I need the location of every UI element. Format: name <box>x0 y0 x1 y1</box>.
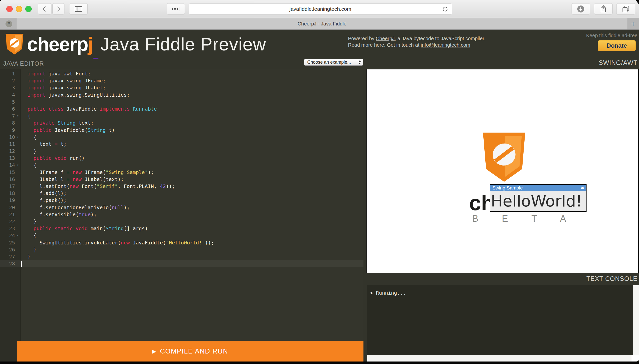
example-select-value: Choose an example... <box>307 60 351 65</box>
code-line[interactable]: 4import javax.swing.SwingUtilities; <box>0 91 363 98</box>
code-line[interactable]: 19 f.pack(); <box>0 197 363 204</box>
scrollbar-corner <box>631 355 639 362</box>
fold-gutter-space <box>15 225 21 232</box>
fold-gutter-space <box>15 140 21 148</box>
line-number: 5 <box>0 98 15 105</box>
cheerpj-link[interactable]: CheerpJ <box>376 36 395 41</box>
code-line[interactable]: 6public class JavaFiddle implements Runn… <box>0 105 363 112</box>
fold-arrow-icon[interactable]: ▾ <box>15 134 21 140</box>
fold-arrow-icon[interactable]: ▾ <box>15 112 21 119</box>
line-number: 18 <box>0 190 15 197</box>
fold-gutter-space <box>15 70 21 77</box>
fold-gutter-space <box>15 253 21 260</box>
swing-window-titlebar[interactable]: Swing Sample ✖ <box>490 185 586 191</box>
code-line[interactable]: 21 f.setVisible(true); <box>0 211 363 218</box>
download-icon <box>577 5 585 13</box>
text-console[interactable]: > Running... <box>367 285 639 362</box>
code-line[interactable]: 8 private String text; <box>0 119 363 126</box>
fold-gutter-space <box>15 148 21 154</box>
code-line[interactable]: 27} <box>0 253 363 260</box>
fold-gutter-space <box>15 77 21 84</box>
forward-button[interactable] <box>53 3 65 14</box>
code-line[interactable]: 23 public static void main(String[] args… <box>0 225 363 232</box>
back-chevron-icon <box>42 5 48 13</box>
url-text: javafiddle.leaningtech.com <box>290 6 351 12</box>
pinned-tab[interactable]: ❞ <box>0 18 17 30</box>
minimize-window-button[interactable] <box>16 6 22 12</box>
example-select[interactable]: Choose an example... <box>304 59 363 66</box>
share-button[interactable] <box>594 3 612 14</box>
line-number: 15 <box>0 169 15 176</box>
code-text: SwingUtilities.invokeLater(new JavaFiddl… <box>28 239 214 246</box>
code-line[interactable]: 1import java.awt.Font; <box>0 70 363 77</box>
line-number: 8 <box>0 119 15 126</box>
contact-link[interactable]: info@leaningtech.com <box>421 42 470 48</box>
new-tab-button[interactable]: + <box>627 18 639 30</box>
line-number: 1 <box>0 70 15 77</box>
address-bar[interactable]: javafiddle.leaningtech.com <box>189 4 452 14</box>
line-number: 16 <box>0 176 15 183</box>
fold-gutter-space <box>15 105 21 112</box>
forward-chevron-icon <box>55 5 62 13</box>
fold-gutter-space <box>15 119 21 126</box>
page-title: Java Fiddle Preview <box>101 34 266 54</box>
code-line[interactable]: 14▾ { <box>0 162 363 168</box>
code-line[interactable]: 24▾ { <box>0 232 363 239</box>
code-line[interactable]: 20 f.setLocationRelativeTo(null); <box>0 204 363 211</box>
java-editor-label: JAVA EDITOR <box>3 60 44 67</box>
code-editor[interactable]: 1import java.awt.Font;2import javax.swin… <box>0 69 363 362</box>
code-text: { <box>28 162 37 168</box>
show-all-tabs-button[interactable] <box>616 3 635 14</box>
line-number: 9 <box>0 126 15 134</box>
compile-and-run-button[interactable]: ▶ COMPILE AND RUN <box>17 341 363 362</box>
code-line[interactable]: 7▾{ <box>0 112 363 119</box>
zoom-window-button[interactable] <box>25 6 32 12</box>
purple-dash <box>94 58 99 59</box>
code-line[interactable]: 16 JLabel l = new JLabel(text); <box>0 176 363 183</box>
fold-gutter-space <box>15 239 21 246</box>
code-text: } <box>28 218 37 225</box>
active-tab[interactable]: CheerpJ - Java Fiddle <box>17 18 627 30</box>
sidebar-toggle-button[interactable] <box>69 3 88 14</box>
fold-gutter-space <box>15 204 21 211</box>
code-line[interactable]: 3import javax.swing.JLabel; <box>0 84 363 91</box>
code-line[interactable]: 15 JFrame f = new JFrame("Swing Sample")… <box>0 169 363 176</box>
code-line[interactable]: 2import javax.swing.JFrame; <box>0 77 363 84</box>
code-line[interactable]: 22 } <box>0 218 363 225</box>
fold-arrow-icon[interactable]: ▾ <box>15 162 21 168</box>
code-line[interactable]: 26 } <box>0 246 363 253</box>
fold-gutter-space <box>15 218 21 225</box>
console-horizontal-scrollbar[interactable] <box>367 355 631 362</box>
code-line[interactable]: 5 <box>0 98 363 105</box>
swing-window[interactable]: Swing Sample ✖ HelloWorld! <box>490 184 586 212</box>
fold-arrow-icon[interactable]: ▾ <box>15 232 21 239</box>
code-text: f.setVisible(true); <box>28 211 97 218</box>
swing-display-pane: ch B E T A Swing Sample ✖ HelloWorld! <box>366 69 639 273</box>
console-vertical-scrollbar[interactable] <box>633 285 639 355</box>
code-line[interactable]: 9 public JavaFiddle(String t) <box>0 126 363 134</box>
fold-gutter-space <box>15 169 21 176</box>
line-number: 25 <box>0 239 15 246</box>
code-text: l.setFont(new Font("Serif", Font.PLAIN, … <box>28 183 175 190</box>
downloads-button[interactable] <box>571 3 590 14</box>
back-button[interactable] <box>38 3 52 14</box>
code-line[interactable]: 17 l.setFont(new Font("Serif", Font.PLAI… <box>0 183 363 190</box>
play-icon: ▶ <box>152 348 157 354</box>
code-line[interactable]: 28 <box>0 260 363 267</box>
line-number: 3 <box>0 84 15 91</box>
code-line[interactable]: 12 } <box>0 148 363 154</box>
screen: javafiddle.leaningtech.com <box>0 0 639 364</box>
code-line[interactable]: 25 SwingUtilities.invokeLater(new JavaFi… <box>0 239 363 246</box>
reload-icon[interactable] <box>442 6 448 12</box>
code-line[interactable]: 18 f.add(l); <box>0 190 363 197</box>
code-line[interactable]: 11 text = t; <box>0 140 363 148</box>
tab-overview-button[interactable] <box>167 3 185 14</box>
close-window-button[interactable] <box>6 6 13 12</box>
tab-title: CheerpJ - Java Fiddle <box>298 21 346 27</box>
code-line[interactable]: 13 public void run() <box>0 154 363 162</box>
swing-close-icon[interactable]: ✖ <box>581 186 584 190</box>
donate-button[interactable]: Donate <box>598 40 636 51</box>
fold-gutter-space <box>15 98 21 105</box>
code-line[interactable]: 10▾ { <box>0 134 363 140</box>
line-number: 10 <box>0 134 15 140</box>
